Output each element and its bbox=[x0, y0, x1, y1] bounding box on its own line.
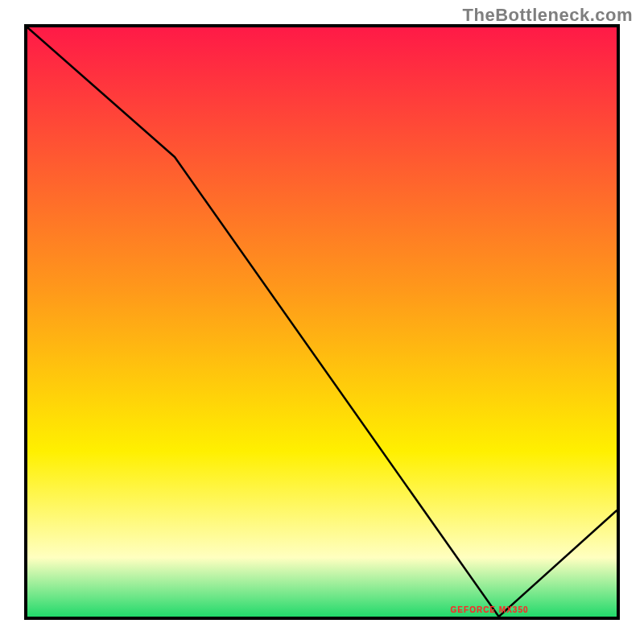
svg-rect-0 bbox=[27, 27, 617, 617]
gradient-background bbox=[27, 27, 617, 617]
plot-frame: GEFORCE MX350 bbox=[24, 24, 620, 620]
data-line bbox=[27, 27, 617, 617]
annotation-label: GEFORCE MX350 bbox=[451, 605, 529, 614]
chart-stage: TheBottleneck.com GEFORCE MX350 bbox=[0, 0, 644, 644]
attribution-text: TheBottleneck.com bbox=[463, 5, 633, 26]
